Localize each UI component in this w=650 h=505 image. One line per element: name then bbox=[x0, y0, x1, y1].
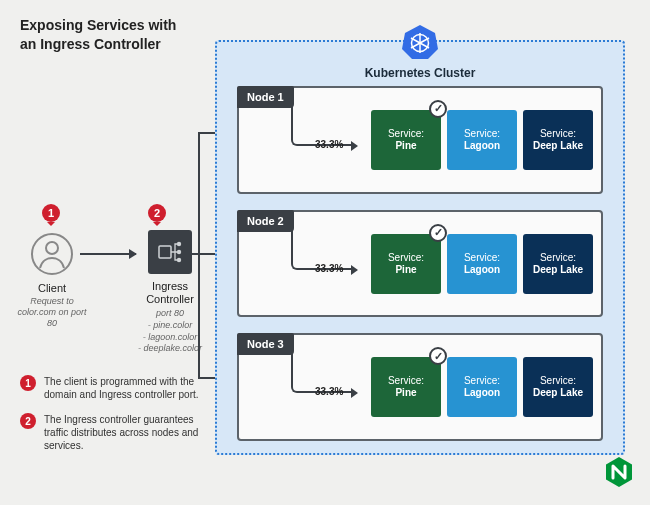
callout-marker-2: 2 bbox=[148, 204, 166, 222]
node-3-percentage: 33.3% bbox=[315, 386, 343, 397]
callout-marker-1: 1 bbox=[42, 204, 60, 222]
node-2-label: Node 2 bbox=[237, 210, 294, 232]
nginx-logo-icon bbox=[606, 457, 632, 491]
node-1: Node 1 33.3% ✓ Service: Pine Service: La… bbox=[237, 86, 603, 194]
service-deeplake: Service: Deep Lake bbox=[523, 110, 593, 170]
service-lagoon: Service: Lagoon bbox=[447, 234, 517, 294]
ingress-icon bbox=[148, 230, 192, 274]
legend-text-1: The client is programmed with the domain… bbox=[44, 375, 210, 401]
client-icon bbox=[30, 232, 74, 276]
node-3: Node 3 33.3% ✓ Service: Pine Service: La… bbox=[237, 333, 603, 441]
ingress-route-1: - lagoon.color bbox=[135, 332, 205, 344]
legend: 1 The client is programmed with the doma… bbox=[20, 375, 210, 464]
node-2-percentage: 33.3% bbox=[315, 263, 343, 274]
ingress-label: Ingress Controller bbox=[135, 280, 205, 306]
check-icon: ✓ bbox=[429, 347, 447, 365]
node-2-services: ✓ Service: Pine Service: Lagoon Service:… bbox=[371, 234, 593, 294]
node-1-services: ✓ Service: Pine Service: Lagoon Service:… bbox=[371, 110, 593, 170]
arrow-client-to-ingress bbox=[80, 253, 136, 255]
kubernetes-cluster: Kubernetes Cluster Node 1 33.3% ✓ Servic… bbox=[215, 40, 625, 455]
service-lagoon: Service: Lagoon bbox=[447, 357, 517, 417]
legend-marker-2: 2 bbox=[20, 413, 36, 429]
service-pine: ✓ Service: Pine bbox=[371, 110, 441, 170]
legend-item-2: 2 The Ingress controller guarantees traf… bbox=[20, 413, 210, 452]
legend-text-2: The Ingress controller guarantees traffi… bbox=[44, 413, 210, 452]
ingress-route-2: - deeplake.color bbox=[135, 343, 205, 355]
client-subtext: Request to color.com on port 80 bbox=[17, 296, 87, 328]
node-1-percentage: 33.3% bbox=[315, 139, 343, 150]
ingress-block: Ingress Controller port 80 - pine.color … bbox=[135, 230, 205, 355]
svg-point-4 bbox=[177, 250, 181, 254]
client-label: Client bbox=[28, 282, 76, 294]
service-pine: ✓ Service: Pine bbox=[371, 234, 441, 294]
ingress-route-0: - pine.color bbox=[135, 320, 205, 332]
diagram-title-line2: an Ingress Controller bbox=[20, 35, 176, 54]
legend-marker-1: 1 bbox=[20, 375, 36, 391]
svg-point-3 bbox=[177, 242, 181, 246]
service-lagoon: Service: Lagoon bbox=[447, 110, 517, 170]
node-3-services: ✓ Service: Pine Service: Lagoon Service:… bbox=[371, 357, 593, 417]
client-block: Client Request to color.com on port 80 bbox=[28, 232, 76, 328]
service-deeplake: Service: Deep Lake bbox=[523, 357, 593, 417]
diagram-title: Exposing Services with an Ingress Contro… bbox=[20, 16, 176, 54]
check-icon: ✓ bbox=[429, 100, 447, 118]
service-pine: ✓ Service: Pine bbox=[371, 357, 441, 417]
svg-point-5 bbox=[177, 258, 181, 262]
ingress-port: port 80 bbox=[135, 308, 205, 320]
cluster-title: Kubernetes Cluster bbox=[217, 66, 623, 80]
svg-rect-2 bbox=[159, 246, 171, 258]
svg-point-1 bbox=[46, 242, 58, 254]
ingress-subtext: port 80 - pine.color - lagoon.color - de… bbox=[135, 308, 205, 355]
branch-main bbox=[184, 253, 198, 255]
legend-item-1: 1 The client is programmed with the doma… bbox=[20, 375, 210, 401]
check-icon: ✓ bbox=[429, 224, 447, 242]
diagram-title-line1: Exposing Services with bbox=[20, 16, 176, 35]
node-3-label: Node 3 bbox=[237, 333, 294, 355]
branch-vertical bbox=[198, 132, 200, 378]
node-1-label: Node 1 bbox=[237, 86, 294, 108]
service-deeplake: Service: Deep Lake bbox=[523, 234, 593, 294]
kubernetes-logo-icon bbox=[402, 24, 438, 60]
node-2: Node 2 33.3% ✓ Service: Pine Service: La… bbox=[237, 210, 603, 318]
